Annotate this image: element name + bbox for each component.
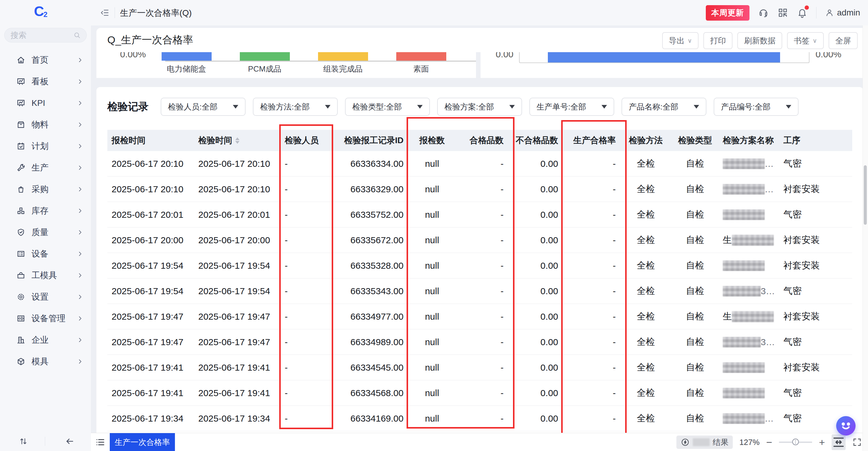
fullscreen-expand-icon[interactable] [852,438,862,447]
sheet-list-icon[interactable] [95,437,105,447]
sidebar-item-label: 首页 [32,54,77,66]
customer-service-button[interactable] [836,416,856,435]
table-row[interactable]: 2025-06-17 19:542025-06-17 19:54-6633534… [107,278,852,304]
table-cell: 自检 [672,234,718,246]
filter-dropdown-4[interactable]: 生产单号:全部 [529,98,614,116]
qr-code-icon[interactable] [777,7,788,18]
sidebar-item-计划[interactable]: 计划 [0,135,91,157]
table-row[interactable]: 2025-06-17 20:102025-06-17 20:10-6633632… [107,177,852,202]
sidebar-item-采购[interactable]: 采购 [0,178,91,200]
table-cell: null [408,286,456,296]
zoom-in-button[interactable]: + [819,437,825,447]
table-row[interactable]: 2025-06-17 20:002025-06-17 20:00-6633567… [107,228,852,253]
table-row[interactable]: 2025-06-17 19:412025-06-17 19:41-6633456… [107,380,852,406]
table-row[interactable]: 2025-06-17 19:542025-06-17 19:54-6633532… [107,253,852,278]
table-cell: 66336329.00 [329,184,408,194]
table-cell: - [562,388,620,398]
sidebar-item-工模具[interactable]: 工模具 [0,265,91,286]
table-cell: 66334989.00 [329,337,408,347]
table-cell: 66335672.00 [329,235,408,245]
filter-dropdown-6[interactable]: 产品编号:全部 [714,98,799,116]
sidebar-item-设备管理[interactable]: 设备管理 [0,307,91,329]
sidebar-item-label: 采购 [32,183,77,195]
sort-order-icon[interactable] [19,437,28,446]
table-cell: null [408,362,456,373]
chart-bar [396,52,446,61]
chevron-down-icon: ∨ [688,37,692,44]
user-menu[interactable]: admin [825,8,860,18]
app-logo[interactable]: C 2 [34,4,48,18]
purchase-icon [17,185,26,194]
sidebar: 首页看板KPI物料计划生产采购库存质量设备工模具设置设备管理企业模具 [0,26,91,451]
table-row[interactable]: 2025-06-17 19:472025-06-17 19:47-6633497… [107,304,852,329]
table-cell: 3… [718,337,779,348]
zoom-out-button[interactable]: − [766,437,772,447]
search-input[interactable] [10,30,73,40]
collapse-back-icon[interactable] [65,437,74,446]
report-title: Q_生产一次合格率 [107,33,193,47]
table-cell: 全检 [620,234,672,246]
zoom-slider-knob[interactable] [792,439,799,445]
导出-button[interactable]: 导出∨ [662,32,699,49]
fit-width-button[interactable] [832,434,845,450]
table-cell: 自检 [672,387,718,399]
table-cell: 全检 [620,412,672,425]
x-axis-line [165,61,476,62]
table-row[interactable]: 2025-06-17 20:012025-06-17 20:01-6633575… [107,202,852,228]
chart-bar [240,52,290,61]
sidebar-item-label: 库存 [32,205,77,216]
bar-fill [548,52,780,62]
table-cell: 66334977.00 [329,311,408,322]
table-cell: 气密 [779,285,852,297]
query-result-pill[interactable]: 结果 [676,435,733,449]
table-cell: 2025-06-17 19:41 [194,388,280,398]
chart-category-label: 组装完成品 [304,64,382,74]
filter-dropdown-2[interactable]: 检验类型:全部 [345,98,430,116]
section-title: 检验记录 [107,100,153,114]
filter-dropdown-3[interactable]: 检验方案:全部 [437,98,522,116]
top-bar: C 2 生产一次合格率(Q) 本周更新 admin [0,0,868,26]
sidebar-item-首页[interactable]: 首页 [0,49,91,71]
scrollbar-thumb[interactable] [864,165,867,225]
打印-button[interactable]: 打印 [703,32,733,49]
sidebar-item-看板[interactable]: 看板 [0,71,91,92]
sidebar-item-模具[interactable]: 模具 [0,351,91,372]
sort-icon[interactable] [235,138,240,144]
table-row[interactable]: 2025-06-17 19:472025-06-17 19:47-6633498… [107,329,852,355]
table-cell: - [280,261,329,271]
sidebar-search[interactable] [4,28,87,42]
table-cell: - [456,210,508,220]
sidebar-item-企业[interactable]: 企业 [0,329,91,351]
table-row[interactable]: 2025-06-17 19:412025-06-17 19:41-6633454… [107,355,852,380]
filter-dropdown-5[interactable]: 产品名称:全部 [621,98,706,116]
刷新数据-button[interactable]: 刷新数据 [737,32,782,49]
table-header-row: 报检时间检验时间检验人员检验报工记录ID报检数合格品数不合格品数生产合格率检验方… [107,130,852,151]
table-cell: 2025-06-17 19:41 [194,362,280,373]
sidebar-item-生产[interactable]: 生产 [0,157,91,178]
table-row[interactable]: 2025-06-17 19:342025-06-17 19:34-6633416… [107,406,852,431]
sidebar-item-质量[interactable]: 质量 [0,221,91,243]
redacted-text [723,362,765,373]
table-cell [718,260,779,271]
sidebar-item-库存[interactable]: 库存 [0,200,91,221]
sidebar-collapse-icon[interactable] [100,8,110,18]
filter-dropdown-1[interactable]: 检验方法:全部 [253,98,338,116]
filter-dropdown-0[interactable]: 检验人员:全部 [161,98,246,116]
sidebar-item-设备[interactable]: 设备 [0,243,91,265]
sidebar-item-物料[interactable]: 物料 [0,114,91,135]
全屏-button[interactable]: 全屏 [829,32,858,49]
weekly-update-badge[interactable]: 本周更新 [706,5,749,21]
sheet-tab-active[interactable]: 生产一次合格率 [110,433,175,451]
support-headset-icon[interactable] [758,7,769,18]
zoom-slider[interactable] [779,442,812,443]
table-cell: - [456,388,508,398]
notification-bell-icon[interactable] [797,7,808,18]
sidebar-item-KPI[interactable]: KPI [0,92,91,114]
table-row[interactable]: 2025-06-17 20:102025-06-17 20:10-6633633… [107,151,852,177]
chevron-right-icon [77,294,83,300]
table-cell: - [562,261,620,271]
table-cell: 0.00 [508,311,562,322]
书签-button[interactable]: 书签∨ [787,32,824,49]
sidebar-item-设置[interactable]: 设置 [0,286,91,307]
device-icon [17,249,26,259]
